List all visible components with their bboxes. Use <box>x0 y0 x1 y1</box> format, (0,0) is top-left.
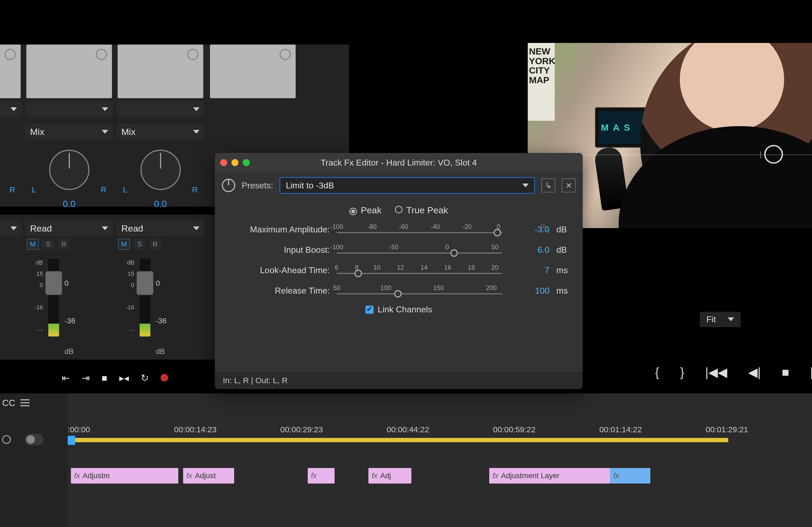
insert-dropdown[interactable] <box>117 102 204 117</box>
loop-button[interactable]: ↻ <box>141 373 149 384</box>
mixer-pads-row <box>0 45 349 125</box>
slider-thumb[interactable] <box>494 229 501 236</box>
max-amplitude-slider[interactable]: -100-80-60-40-200 <box>337 223 502 236</box>
clip[interactable]: fxAdjustment Layer <box>489 468 610 483</box>
slider-thumb[interactable] <box>354 270 362 277</box>
automation-mode-dropdown[interactable]: Read <box>25 221 113 236</box>
ring-icon <box>4 49 16 60</box>
window-zoom-button[interactable] <box>243 159 250 166</box>
fx-toolbar: Presets: Limit to -3dB ↳ ✕ <box>215 172 583 199</box>
solo-button[interactable]: S <box>42 239 54 250</box>
zoom-dropdown[interactable]: Fit <box>700 312 741 327</box>
link-channels-label: Link Channels <box>378 304 432 315</box>
play-inout-button[interactable]: ▸◂ <box>119 373 129 384</box>
shirt-logo-icon <box>764 145 783 164</box>
poster-text: NEW YORK CITY MAP <box>529 47 555 85</box>
ring-icon <box>187 49 199 60</box>
mix-dropdown[interactable]: Mix <box>25 124 113 139</box>
release-time-row: Release Time: 50100150200 100 ms <box>226 284 572 297</box>
clip-selected[interactable]: fx <box>610 468 650 483</box>
go-out-button[interactable]: ⇥ <box>82 373 90 384</box>
timeline-body[interactable]: :00:00 00:00:14:23 00:00:29:23 00:00:44:… <box>68 393 812 527</box>
insert-dropdown[interactable] <box>25 102 113 117</box>
peak-radio[interactable]: Peak <box>349 205 381 215</box>
solo-button[interactable]: S <box>134 239 146 250</box>
sidechain-button[interactable]: ↳ <box>541 178 555 192</box>
work-area-bar[interactable] <box>70 438 728 442</box>
delete-preset-button[interactable]: ✕ <box>562 178 576 192</box>
record-icon[interactable] <box>161 374 168 381</box>
record-button[interactable]: R <box>149 239 161 250</box>
pan-knob[interactable] <box>141 150 181 190</box>
volume-fader[interactable] <box>45 271 62 295</box>
pan-knob[interactable] <box>49 150 89 190</box>
true-peak-radio[interactable]: True Peak <box>395 205 448 215</box>
mute-button[interactable]: M <box>27 239 39 250</box>
chevron-down-icon <box>102 226 108 230</box>
param-label: Maximum Amplitude: <box>226 225 330 235</box>
insert-thumb[interactable] <box>210 45 296 98</box>
program-transport: { } |◀◀ ◀| ■ |▶ <box>655 365 812 379</box>
stop-button[interactable]: ■ <box>102 373 107 384</box>
safe-margin-tick <box>760 151 761 158</box>
clip[interactable]: fxAdj <box>368 468 411 483</box>
level-meter <box>48 259 59 336</box>
meter-zero: 0 <box>64 279 69 288</box>
pan-value[interactable]: 0.0 <box>0 199 23 209</box>
clip[interactable]: fxAdjustm <box>71 468 178 483</box>
window-close-button[interactable] <box>220 159 227 166</box>
timeline-panel: CC :00:00 00:00:14:23 00:00:29:23 00:00:… <box>0 392 812 527</box>
caption-label[interactable]: CC <box>2 398 15 408</box>
checkbox-checked-icon[interactable] <box>365 306 374 314</box>
clip[interactable]: fx <box>308 468 335 483</box>
radio-icon <box>395 206 403 213</box>
preset-dropdown[interactable]: Limit to -3dB <box>279 177 535 194</box>
release-time-slider[interactable]: 50100150200 <box>337 284 502 297</box>
play-button[interactable]: |▶ <box>810 365 812 379</box>
go-in-button[interactable]: ⇤ <box>62 373 70 384</box>
bypass-button[interactable] <box>222 179 235 192</box>
insert-slot-1 <box>0 45 23 125</box>
mix-dropdown[interactable]: Mix <box>117 124 204 139</box>
mark-out-button[interactable]: } <box>680 365 684 379</box>
chevron-down-icon <box>11 226 17 230</box>
look-ahead-slider[interactable]: 68101214161820 <box>337 264 502 277</box>
mute-button[interactable]: M <box>118 239 130 250</box>
slider-thumb[interactable] <box>394 290 402 298</box>
go-to-in-button[interactable]: |◀◀ <box>705 365 727 379</box>
meter-neg36: -36 <box>64 317 75 325</box>
db-scale: dB150-16- - <box>29 257 43 336</box>
panel-menu-icon[interactable] <box>20 399 30 406</box>
param-unit: dB <box>556 225 572 235</box>
insert-thumb[interactable] <box>0 45 21 98</box>
chevron-down-icon <box>728 317 734 321</box>
slider-thumb[interactable] <box>450 249 458 257</box>
mark-in-button[interactable]: { <box>655 365 659 379</box>
input-boost-slider[interactable]: -100-50050 <box>337 243 502 256</box>
level-meter <box>140 259 150 336</box>
radio-selected-icon <box>349 208 357 215</box>
automation-mode-dropdown[interactable]: d <box>0 221 22 236</box>
time-ruler[interactable]: :00:00 00:00:14:23 00:00:29:23 00:00:44:… <box>68 425 812 437</box>
link-channels-row[interactable]: Link Channels <box>226 304 572 315</box>
timeline-header: CC <box>0 393 68 527</box>
insert-thumb[interactable] <box>26 45 112 98</box>
clip[interactable]: fxAdjust <box>183 468 234 483</box>
window-title: Track Fx Editor - Hard Limiter: VO, Slot… <box>321 158 477 168</box>
insert-thumb[interactable] <box>118 45 203 98</box>
playhead[interactable] <box>68 436 75 445</box>
record-button[interactable]: R <box>58 239 70 250</box>
app-root: LR0.0 MixLR0.0 MixLR0.0 dSR ReadMSR Read… <box>0 0 812 527</box>
window-titlebar[interactable]: Track Fx Editor - Hard Limiter: VO, Slot… <box>215 153 583 172</box>
volume-fader[interactable] <box>136 271 154 295</box>
step-back-button[interactable]: ◀| <box>748 365 761 379</box>
window-minimize-button[interactable] <box>231 159 238 166</box>
stop-button[interactable]: ■ <box>782 365 789 379</box>
caption-toggle[interactable] <box>25 434 44 446</box>
look-ahead-row: Look-Ahead Time: 68101214161820 7 ms <box>226 264 572 277</box>
mouse-cursor-icon: ↖ <box>540 221 549 234</box>
ring-icon <box>279 49 291 60</box>
wrench-icon[interactable] <box>2 435 11 444</box>
automation-mode-dropdown[interactable]: Read <box>117 221 204 236</box>
insert-dropdown[interactable] <box>0 102 22 117</box>
